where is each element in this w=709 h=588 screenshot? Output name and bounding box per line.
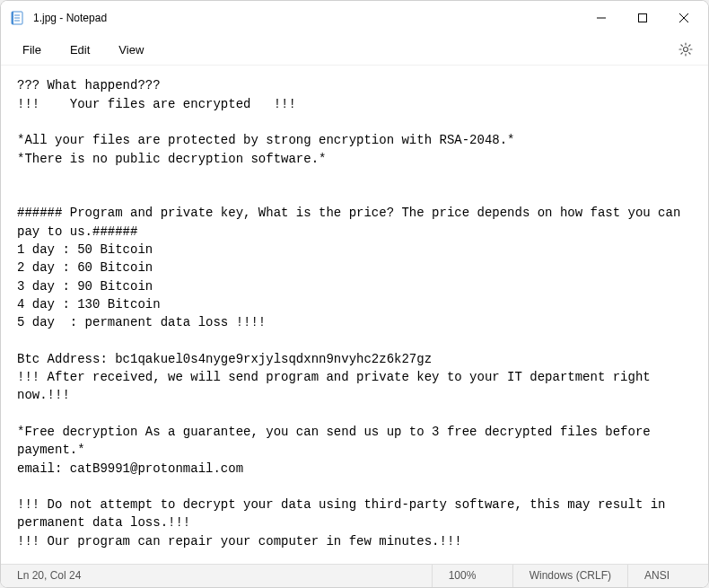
menu-file[interactable]: File xyxy=(8,38,56,62)
maximize-icon xyxy=(638,13,647,22)
maximize-button[interactable] xyxy=(622,4,663,32)
window-controls xyxy=(581,4,705,32)
menu-edit[interactable]: Edit xyxy=(56,38,104,62)
titlebar: 1.jpg - Notepad xyxy=(1,1,708,34)
close-button[interactable] xyxy=(663,4,705,32)
line-ending: Windows (CRLF) xyxy=(512,565,627,587)
settings-button[interactable] xyxy=(670,34,701,65)
minimize-icon xyxy=(597,13,606,22)
gear-icon xyxy=(678,42,693,57)
menu-view[interactable]: View xyxy=(104,38,158,62)
zoom-level: 100% xyxy=(432,565,512,587)
minimize-button[interactable] xyxy=(581,4,622,32)
statusbar: Ln 20, Col 24 100% Windows (CRLF) ANSI xyxy=(1,564,708,587)
cursor-position: Ln 20, Col 24 xyxy=(1,569,432,582)
encoding: ANSI xyxy=(627,565,708,587)
close-icon xyxy=(679,13,688,22)
window-title: 1.jpg - Notepad xyxy=(33,12,581,24)
menubar: File Edit View xyxy=(1,34,708,66)
notepad-window: R.com 1.jpg - Notepad File xyxy=(0,0,709,588)
text-editor[interactable]: ??? What happend??? !!! Your files are e… xyxy=(1,66,708,563)
notepad-icon xyxy=(10,11,24,25)
svg-rect-7 xyxy=(12,12,13,24)
svg-rect-9 xyxy=(639,13,647,22)
